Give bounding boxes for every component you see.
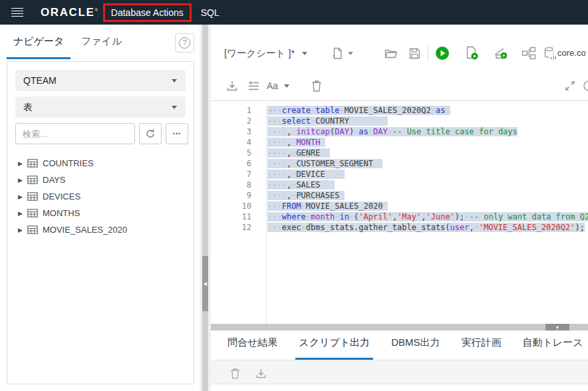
worksheet-selector[interactable]: [ワークシート ]* — [224, 47, 307, 60]
worksheet-toolbar: [ワークシート ]* * — [211, 39, 588, 70]
format-indent-icon — [247, 80, 260, 91]
output-tab-autotrace[interactable]: 自動トレース — [519, 336, 586, 360]
toolbar-separator — [428, 45, 428, 62]
save-file-button[interactable] — [406, 45, 422, 61]
download-icon — [226, 80, 238, 92]
code-line[interactable]: 2···select·COUNTRY — [211, 116, 588, 126]
open-folder-icon — [384, 47, 398, 60]
run-statement-icon — [435, 46, 450, 61]
hamburger-menu-icon[interactable] — [11, 8, 23, 17]
splitter-grab-handle[interactable]: ◀ — [202, 256, 208, 311]
registered-mark: ® — [94, 8, 97, 12]
output-tab-query-result[interactable]: 問合せ結果 — [224, 336, 281, 360]
horizontal-splitter[interactable]: ▼ — [211, 324, 588, 330]
help-button[interactable]: ? — [175, 33, 194, 53]
gather-statistics-button[interactable] — [542, 45, 558, 61]
code-line[interactable]: 1→··create·table·MOVIE_SALES_2020Q2·as — [211, 105, 588, 116]
code-line[interactable]: 9····,·PURCHASES — [211, 190, 588, 201]
run-script-button[interactable] — [464, 45, 480, 61]
format-code-button[interactable] — [245, 78, 261, 94]
code-line[interactable]: 11···where·month·in·('April','May','June… — [211, 211, 588, 222]
refresh-icon — [145, 128, 156, 139]
code-line[interactable]: 5····,·GENRE — [211, 148, 588, 158]
explain-plan-button[interactable] — [521, 45, 537, 61]
line-number: 8 — [211, 180, 251, 190]
clear-output-button[interactable] — [227, 365, 243, 381]
tab-navigator[interactable]: ナビゲータ — [7, 35, 71, 59]
refresh-button[interactable] — [139, 123, 162, 144]
chevron-down-icon — [302, 52, 307, 55]
tree-item-label: DEVICES — [43, 192, 80, 201]
oracle-logo: ORACLE® — [41, 6, 98, 19]
download-output-button[interactable] — [253, 365, 269, 381]
tree-item-days[interactable]: ▶DAYS — [15, 172, 186, 188]
output-tab-bar: 問合せ結果スクリプト出力DBMS出力実行計画自動トレースSQL — [211, 330, 588, 360]
trash-icon — [311, 80, 322, 92]
tree-item-label: COUNTRIES — [43, 158, 94, 168]
new-worksheet-button[interactable]: * — [329, 45, 345, 61]
line-number: 5 — [211, 148, 251, 158]
sql-code-editor[interactable]: 1→··create·table·MOVIE_SALES_2020Q2·as 2… — [211, 101, 588, 324]
expand-arrow-icon[interactable]: ▶ — [18, 160, 26, 167]
code-line[interactable]: 8····,·SALES — [211, 180, 588, 190]
tree-item-devices[interactable]: ▶DEVICES — [15, 188, 186, 205]
connection-label: core.co — [557, 48, 586, 58]
code-line[interactable]: 6····,·CUSTOMER_SEGMENT — [211, 158, 588, 169]
line-number: 3 — [211, 126, 251, 137]
text-case-menu[interactable]: Aa — [267, 80, 289, 91]
search-row: ••• — [15, 123, 186, 144]
clear-worksheet-button[interactable] — [309, 78, 325, 94]
history-button[interactable] — [581, 78, 588, 94]
expand-arrow-icon[interactable]: ▶ — [18, 210, 26, 217]
maximize-editor-button[interactable] — [562, 78, 578, 94]
open-file-button[interactable] — [382, 45, 398, 61]
text-case-icon: Aa — [267, 80, 278, 91]
run-script-icon — [465, 46, 479, 61]
expand-arrow-icon[interactable]: ▶ — [18, 177, 26, 184]
code-line[interactable]: 7····,·DEVICE — [211, 169, 588, 180]
download-icon — [255, 368, 267, 379]
tree-item-movie_sales_2020[interactable]: ▶MOVIE_SALES_2020 — [15, 221, 186, 238]
table-icon — [27, 225, 38, 234]
expand-arrow-icon[interactable]: ▶ — [18, 194, 26, 200]
line-number: 1 — [211, 105, 251, 116]
trash-icon — [230, 368, 240, 379]
output-tab-script-output[interactable]: スクリプト出力 — [295, 336, 373, 360]
run-statement-button[interactable] — [434, 45, 450, 61]
navigator-sidebar: ナビゲータ ファイル ? QTEAM 表 ••• — [0, 25, 200, 391]
object-tree: ▶COUNTRIES▶DAYS▶DEVICES▶MONTHS▶MOVIE_SAL… — [15, 155, 186, 238]
line-number: 7 — [211, 169, 251, 180]
database-statistics-icon — [543, 47, 557, 61]
code-line[interactable]: 12···exec·dbms_stats.gather_table_stats(… — [211, 222, 588, 233]
code-line[interactable]: 10···FROM·MOVIE_SALES_2020 — [211, 201, 588, 211]
clock-icon — [583, 80, 588, 92]
tab-files[interactable]: ファイル — [74, 35, 128, 57]
new-worksheet-menu[interactable] — [346, 45, 355, 61]
table-icon — [27, 159, 38, 168]
expand-arrow-icon[interactable]: ▶ — [18, 227, 26, 233]
more-actions-button[interactable]: ••• — [166, 123, 188, 144]
app-title-highlight-box: Database Actions — [103, 3, 192, 22]
line-number: 12 — [211, 222, 251, 233]
table-icon — [27, 209, 38, 217]
schema-select[interactable]: QTEAM — [15, 70, 186, 91]
app-title[interactable]: Database Actions — [111, 7, 184, 18]
tree-item-countries[interactable]: ▶COUNTRIES — [15, 155, 186, 172]
help-icon: ? — [179, 37, 190, 49]
table-icon — [27, 192, 38, 201]
save-icon — [408, 47, 421, 60]
object-type-select[interactable]: 表 — [15, 96, 186, 118]
search-input[interactable] — [15, 123, 135, 144]
ellipsis-icon: ••• — [173, 130, 181, 137]
splitter-grab-handle[interactable]: ▼ — [545, 324, 569, 330]
tree-item-months[interactable]: ▶MONTHS — [15, 205, 186, 221]
autotrace-button[interactable] — [493, 45, 509, 61]
tree-item-label: MONTHS — [43, 208, 80, 218]
output-tab-dbms-output[interactable]: DBMS出力 — [388, 336, 443, 360]
download-button[interactable] — [224, 78, 240, 94]
code-line[interactable]: 4····,·MONTH — [211, 137, 588, 148]
output-tab-explain-plan[interactable]: 実行計画 — [458, 336, 504, 360]
line-number: 11 — [211, 211, 251, 222]
code-line[interactable]: 3····,·initcap(DAY)·as·DAY·-- Use title … — [211, 126, 588, 137]
line-number: 2 — [211, 116, 251, 126]
